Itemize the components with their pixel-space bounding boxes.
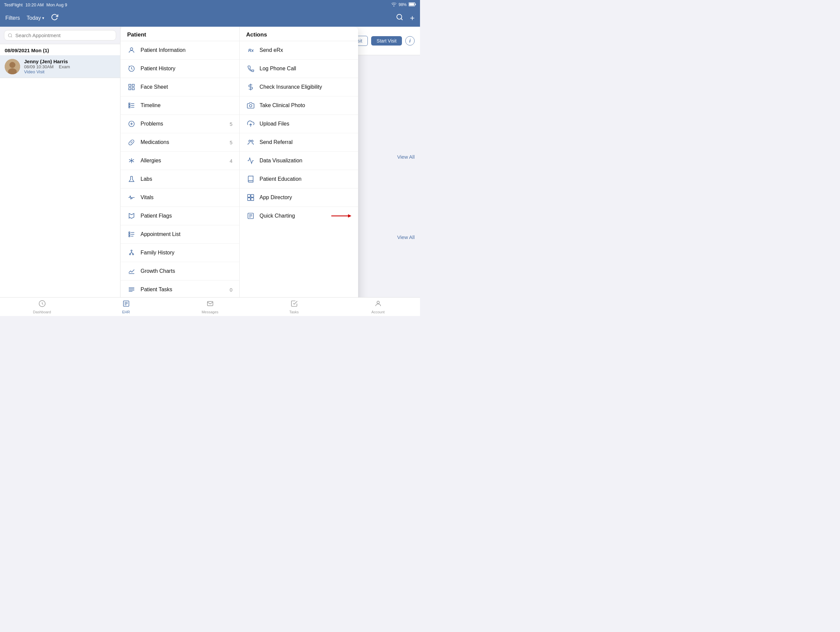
status-right: 98% <box>391 2 416 7</box>
menu-item-quick-charting[interactable]: Quick Charting <box>240 207 358 225</box>
menu-label: Send eRx <box>260 47 352 53</box>
asterisk-icon <box>127 156 136 165</box>
menu-item-take-photo[interactable]: Take Clinical Photo <box>240 96 358 115</box>
menu-item-vitals[interactable]: Vitals <box>120 188 239 207</box>
today-button[interactable]: Today ▾ <box>27 15 44 21</box>
status-date: Mon Aug 9 <box>46 2 67 7</box>
menu-label: App Directory <box>260 194 352 201</box>
tab-tasks[interactable]: Tasks <box>252 298 336 316</box>
menu-label: Data Visualization <box>260 158 352 164</box>
svg-rect-59 <box>247 198 250 201</box>
tasks-icon <box>127 285 136 294</box>
tab-messages[interactable]: Messages <box>168 298 252 316</box>
svg-point-4 <box>8 33 12 37</box>
menu-label: Labs <box>141 176 232 182</box>
menu-label: Patient Tasks <box>141 286 225 292</box>
actions-menu-column: Actions Rx Send eRx <box>240 27 358 297</box>
svg-line-27 <box>131 141 133 143</box>
menu-item-patient-history[interactable]: Patient History <box>120 60 239 78</box>
menu-label: Upload Files <box>260 121 352 127</box>
date-header: 08/09/2021 Mon (1) <box>0 44 120 55</box>
menu-item-problems[interactable]: Problems 5 <box>120 115 239 133</box>
menu-item-patient-tasks[interactable]: Patient Tasks 0 <box>120 281 239 297</box>
menu-item-family-history[interactable]: Family History <box>120 244 239 262</box>
avatar-image <box>5 59 20 74</box>
flag-icon <box>127 212 136 220</box>
tab-ehr[interactable]: EHR <box>84 298 168 316</box>
svg-point-42 <box>129 254 131 255</box>
camera-icon <box>246 101 255 110</box>
app-name: TestFlight <box>4 2 23 7</box>
svg-rect-34 <box>129 234 130 235</box>
svg-rect-36 <box>129 235 130 237</box>
main-layout: 08/09/2021 Mon (1) Jenny (Jen) Harris 08… <box>0 27 420 297</box>
tab-account[interactable]: Account <box>336 298 420 316</box>
menu-item-patient-education[interactable]: Patient Education <box>240 170 358 188</box>
ehr-icon <box>123 300 130 309</box>
menu-label: Allergies <box>141 158 225 164</box>
menu-label: Family History <box>141 250 232 256</box>
graph-icon <box>246 156 255 165</box>
menu-item-check-insurance[interactable]: Check Insurance Eligibility <box>240 78 358 96</box>
menu-item-send-referral[interactable]: Send Referral <box>240 133 358 152</box>
sidebar: 08/09/2021 Mon (1) Jenny (Jen) Harris 08… <box>0 27 120 297</box>
menu-label: Patient History <box>141 66 232 72</box>
list-icon <box>127 230 136 239</box>
menu-item-appointment-list[interactable]: Appointment List <box>120 225 239 244</box>
menu-item-data-visualization[interactable]: Data Visualization <box>240 152 358 170</box>
menu-item-send-erx[interactable]: Rx Send eRx <box>240 41 358 60</box>
menu-badge: 5 <box>230 121 232 127</box>
menu-label: Log Phone Call <box>260 66 352 72</box>
wifi-icon <box>391 2 396 7</box>
svg-rect-16 <box>129 88 131 90</box>
dropdown-menu: Patient Patient Information <box>120 27 358 297</box>
menu-item-growth-charts[interactable]: Growth Charts <box>120 262 239 281</box>
search-input[interactable] <box>16 32 112 38</box>
tab-label: Tasks <box>289 310 298 314</box>
menu-item-timeline[interactable]: Timeline <box>120 96 239 115</box>
search-icon <box>8 33 13 38</box>
svg-rect-57 <box>247 194 250 197</box>
tab-label: Dashboard <box>33 310 51 314</box>
menu-item-medications[interactable]: Medications 5 <box>120 133 239 152</box>
appointment-time: 08/09 10:30AM Exam <box>24 64 115 69</box>
account-icon <box>374 300 382 309</box>
menu-item-log-phone[interactable]: Log Phone Call <box>240 60 358 78</box>
menu-badge: 5 <box>230 140 232 145</box>
tab-dashboard[interactable]: Dashboard <box>0 298 84 316</box>
lab-icon <box>127 175 136 183</box>
menu-item-labs[interactable]: Labs <box>120 170 239 188</box>
menu-label: Patient Flags <box>141 213 232 219</box>
actions-column-header: Actions <box>240 27 358 41</box>
svg-rect-60 <box>251 198 253 201</box>
menu-item-patient-information[interactable]: Patient Information <box>120 41 239 60</box>
nav-bar: Filters Today ▾ + <box>0 9 420 27</box>
content-area: Jenny (Jen) Harris (Female | 41 | 02/11/… <box>120 27 420 297</box>
menu-label: Timeline <box>141 103 232 109</box>
chart-note-icon <box>246 212 255 220</box>
refresh-button[interactable] <box>51 13 58 22</box>
appointment-item[interactable]: Jenny (Jen) Harris 08/09 10:30AM Exam Vi… <box>0 55 120 78</box>
add-button[interactable]: + <box>410 13 415 23</box>
menu-item-upload-files[interactable]: Upload Files <box>240 115 358 133</box>
menu-item-face-sheet[interactable]: Face Sheet <box>120 78 239 96</box>
menu-label: Patient Information <box>141 47 232 53</box>
person-icon <box>127 46 136 55</box>
search-button[interactable] <box>396 13 403 22</box>
menu-label: Send Referral <box>260 139 352 145</box>
menu-item-patient-flags[interactable]: Patient Flags <box>120 207 239 225</box>
view-all-2[interactable]: View All <box>397 234 415 240</box>
filters-button[interactable]: Filters <box>5 15 20 21</box>
svg-rect-19 <box>129 105 130 106</box>
svg-rect-20 <box>129 107 130 108</box>
search-input-wrap[interactable] <box>4 30 116 41</box>
chevron-down-icon: ▾ <box>42 16 44 21</box>
nav-right: + <box>126 13 415 23</box>
svg-rect-1 <box>409 3 414 5</box>
tab-label: Account <box>371 310 385 314</box>
dashboard-icon <box>38 300 46 309</box>
svg-rect-18 <box>129 103 130 104</box>
menu-item-app-directory[interactable]: App Directory <box>240 188 358 207</box>
menu-item-allergies[interactable]: Allergies 4 <box>120 152 239 170</box>
view-all-1[interactable]: View All <box>397 154 415 160</box>
